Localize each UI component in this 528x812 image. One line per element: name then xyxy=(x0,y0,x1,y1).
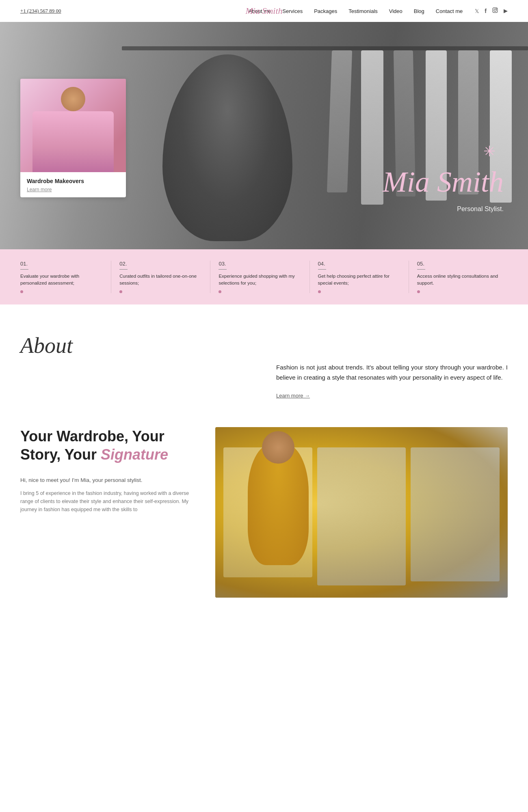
about-left xyxy=(20,362,252,399)
instagram-icon[interactable] xyxy=(492,7,498,15)
service-divider xyxy=(417,269,425,270)
service-desc: Experience guided shopping with my selec… xyxy=(219,273,301,287)
service-item-4: 04. Get help choosing perfect attire for… xyxy=(310,261,409,293)
service-item-2: 02. Curated outfits in tailored one-on-o… xyxy=(111,261,210,293)
service-item-5: 05. Access online styling consultations … xyxy=(409,261,508,293)
hero-subtitle: Personal Stylist. xyxy=(457,205,504,213)
wardrobe-story-image xyxy=(215,427,508,598)
service-num: 05. xyxy=(417,261,500,267)
about-title: About xyxy=(20,333,508,358)
wardrobe-story-left: Your Wardrobe, Your Story, Your Signatur… xyxy=(20,427,191,514)
service-item-1: 01. Evaluate your wardrobe with personal… xyxy=(20,261,111,293)
nav-contact[interactable]: Contact me xyxy=(436,8,463,14)
card-image-inner xyxy=(20,79,126,172)
header: +1 (234) 567 89 00 Mia Smith About me Se… xyxy=(0,0,528,22)
nav-testimonials[interactable]: Testimonials xyxy=(348,8,378,14)
services-strip: 01. Evaluate your wardrobe with personal… xyxy=(0,249,528,304)
wardrobe-card-image xyxy=(20,79,126,172)
phone-link[interactable]: +1 (234) 567 89 00 xyxy=(20,8,61,14)
heading-highlight: Signature xyxy=(101,446,168,463)
wardrobe-learn-more[interactable]: Learn more xyxy=(27,187,119,192)
site-logo: Mia Smith xyxy=(245,6,282,16)
nav-video[interactable]: Video xyxy=(389,8,402,14)
twitter-icon[interactable]: 𝕏 xyxy=(475,8,479,14)
story-image-overlay xyxy=(215,427,508,598)
hero-name: Mia Smith xyxy=(383,167,504,197)
service-desc: Curated outfits in tailored one-on-one s… xyxy=(119,273,202,287)
svg-point-2 xyxy=(496,9,497,9)
facebook-icon[interactable]: f xyxy=(485,8,487,14)
service-dot xyxy=(119,290,122,293)
service-divider xyxy=(119,269,128,270)
wardrobe-card-body: Wardrobe Makeovers Learn more xyxy=(20,172,126,197)
wardrobe-card-title: Wardrobe Makeovers xyxy=(27,178,119,184)
service-dot xyxy=(219,290,221,293)
about-learn-more[interactable]: Learn more → xyxy=(276,393,508,399)
wardrobe-story-heading: Your Wardrobe, Your Story, Your Signatur… xyxy=(20,427,191,464)
svg-point-1 xyxy=(494,9,496,11)
service-dot xyxy=(20,290,23,293)
service-desc: Access online styling consultations and … xyxy=(417,273,500,287)
youtube-icon[interactable]: ▶ xyxy=(504,8,508,14)
wardrobe-card: Wardrobe Makeovers Learn more xyxy=(20,79,126,197)
hero-section: Wardrobe Makeovers Learn more Mia Smith … xyxy=(0,22,528,249)
service-num: 02. xyxy=(119,261,202,267)
nav-services[interactable]: Services xyxy=(282,8,303,14)
about-content: Fashion is not just about trends. It's a… xyxy=(20,362,508,399)
service-desc: Evaluate your wardrobe with personalized… xyxy=(20,273,103,287)
service-desc: Get help choosing perfect attire for spe… xyxy=(318,273,400,287)
service-dot xyxy=(417,290,420,293)
wardrobe-story-intro: Hi, nice to meet you! I'm Mia, your pers… xyxy=(20,476,191,485)
service-num: 03. xyxy=(219,261,301,267)
service-item-3: 03. Experience guided shopping with my s… xyxy=(210,261,309,293)
service-divider xyxy=(318,269,326,270)
nav-blog[interactable]: Blog xyxy=(414,8,424,14)
clothes-rod xyxy=(122,46,528,50)
service-divider xyxy=(20,269,28,270)
service-num: 01. xyxy=(20,261,103,267)
nav-packages[interactable]: Packages xyxy=(314,8,337,14)
hero-asterisk: ✳ xyxy=(483,143,496,160)
about-right: Fashion is not just about trends. It's a… xyxy=(276,362,508,399)
about-quote: Fashion is not just about trends. It's a… xyxy=(276,362,508,383)
service-dot xyxy=(318,290,321,293)
wardrobe-story-body: I bring 5 of experience in the fashion i… xyxy=(20,489,191,514)
service-num: 04. xyxy=(318,261,400,267)
wardrobe-story-section: Your Wardrobe, Your Story, Your Signatur… xyxy=(0,419,528,622)
svg-rect-0 xyxy=(493,8,498,13)
service-divider xyxy=(219,269,227,270)
about-section: About Fashion is not just about trends. … xyxy=(0,304,528,419)
social-links: 𝕏 f ▶ xyxy=(475,7,508,15)
